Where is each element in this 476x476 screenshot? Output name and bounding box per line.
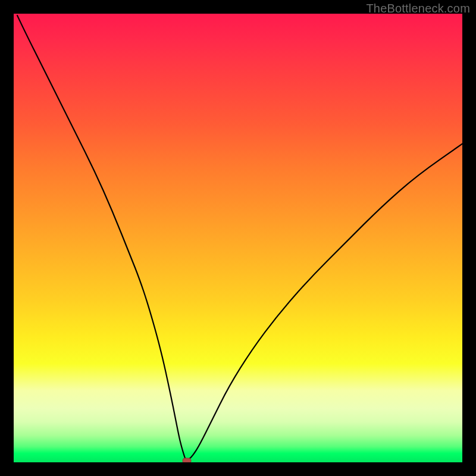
cusp-marker (183, 458, 191, 462)
plot-area (14, 14, 462, 462)
bottleneck-curve (14, 14, 462, 462)
chart-frame: TheBottleneck.com (0, 0, 476, 476)
watermark-text: TheBottleneck.com (366, 2, 470, 15)
curve-path (17, 15, 462, 460)
